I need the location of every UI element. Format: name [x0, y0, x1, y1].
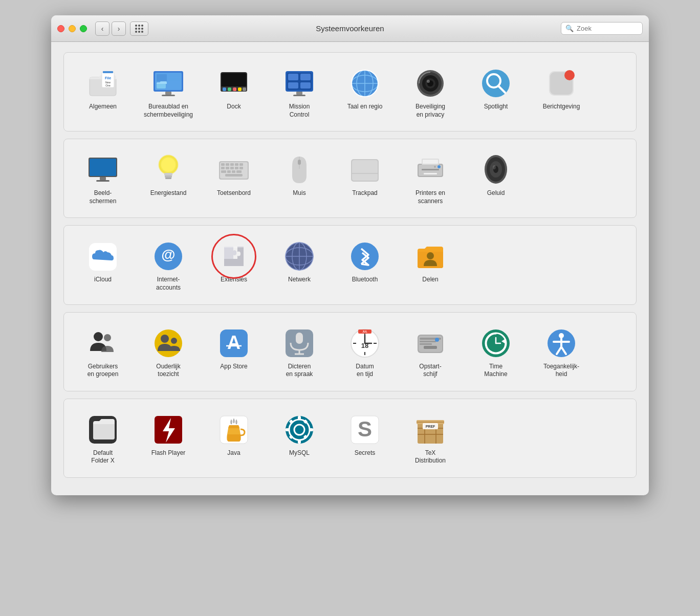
icon-item-mission[interactable]: MissionControl: [269, 63, 330, 123]
svg-rect-52: [100, 177, 106, 180]
svg-point-106: [94, 332, 103, 341]
icon-item-algemeen[interactable]: File New One Algemeen: [72, 63, 134, 123]
icon-item-toegankelijk[interactable]: Toegankelijk-heid: [531, 323, 592, 383]
svg-rect-153: [298, 416, 301, 420]
icon-item-berichtgeving[interactable]: Berichtgeving: [531, 63, 592, 123]
defaultfolder-icon-img: [86, 413, 119, 446]
internet-icon-img: @: [152, 240, 185, 273]
icon-item-spotlight[interactable]: Spotlight: [465, 63, 527, 123]
icon-item-taal[interactable]: Taal en regio: [334, 63, 396, 123]
delen-icon: [414, 240, 446, 272]
svg-point-104: [351, 243, 379, 270]
berichtgeving-icon: [546, 68, 577, 99]
svg-rect-64: [230, 163, 234, 166]
icon-item-bureaublad[interactable]: Bureaublad enschermbeveiliging: [138, 63, 199, 123]
icon-item-bluetooth[interactable]: Bluetooth: [334, 236, 396, 296]
svg-rect-27: [288, 82, 298, 89]
back-button[interactable]: ‹: [95, 21, 110, 36]
svg-rect-70: [235, 167, 238, 169]
mysql-icon: [283, 414, 315, 446]
icon-item-energiestand[interactable]: Energiestand: [138, 149, 199, 209]
icon-item-delen[interactable]: Delen: [400, 236, 461, 296]
java-icon: [218, 414, 250, 446]
svg-rect-80: [352, 160, 378, 181]
icon-item-timemachine[interactable]: TimeMachine: [465, 323, 527, 383]
icon-item-appstore[interactable]: A App Store: [203, 323, 265, 383]
svg-point-88: [438, 165, 441, 168]
search-input[interactable]: [577, 25, 638, 32]
icon-item-geluid[interactable]: Geluid: [465, 149, 527, 209]
svg-point-43: [427, 80, 430, 83]
icon-item-muis[interactable]: Muis: [269, 149, 330, 209]
svg-point-108: [155, 329, 182, 357]
icon-item-icloud[interactable]: iCloud: [72, 236, 134, 296]
icon-item-toetsenbord[interactable]: Toetsenbord: [203, 149, 265, 209]
svg-rect-63: [226, 163, 229, 166]
icon-item-ouderlijk[interactable]: Ouderlijktoezicht: [138, 323, 199, 383]
trackpad-icon: [349, 157, 381, 183]
svg-point-105: [427, 252, 434, 259]
mission-icon: [284, 68, 315, 99]
dicteren-icon-img: [283, 327, 316, 360]
icon-item-secrets[interactable]: S Secrets: [334, 409, 396, 469]
bluetooth-label: Bluetooth: [352, 276, 378, 284]
beveiliging-label: Beveiligingen privacy: [415, 103, 445, 119]
datum-icon: JUL 18: [349, 327, 381, 359]
system-preferences-window: ‹ › Systeemvoorkeuren 🔍: [51, 15, 649, 495]
search-box[interactable]: 🔍: [561, 22, 643, 35]
svg-rect-131: [420, 341, 436, 342]
berichtgeving-icon-img: [545, 67, 578, 100]
svg-rect-66: [239, 163, 243, 166]
gebruikers-icon: [87, 327, 119, 359]
energiestand-icon: [153, 153, 184, 186]
printers-icon: [414, 155, 446, 185]
icon-item-tex[interactable]: PREF TeXDistribution: [400, 409, 461, 469]
svg-rect-78: [298, 160, 301, 165]
icon-item-defaultfolder[interactable]: DefaultFolder X: [72, 409, 134, 469]
icon-item-internet[interactable]: @ Internet-accounts: [138, 236, 199, 296]
icon-item-trackpad[interactable]: Trackpad: [334, 149, 396, 209]
section-internet: iCloud @ Internet-accounts: [63, 225, 637, 304]
svg-rect-18: [228, 87, 231, 91]
tex-label: TeXDistribution: [415, 449, 446, 465]
forward-button[interactable]: ›: [112, 21, 126, 36]
icon-item-gebruikers[interactable]: Gebruikersen groepen: [72, 323, 134, 383]
icon-item-dicteren[interactable]: Dicterenen spraak: [269, 323, 330, 383]
geluid-icon-img: [479, 153, 512, 186]
ouderlijk-icon-img: [152, 327, 185, 360]
minimize-button[interactable]: [69, 25, 76, 32]
icon-item-beveiliging[interactable]: Beveiligingen privacy: [400, 63, 461, 123]
svg-rect-25: [288, 74, 298, 80]
svg-rect-57: [164, 173, 172, 175]
icloud-icon-img: [86, 240, 119, 273]
svg-rect-72: [221, 170, 226, 173]
toetsenbord-icon: [218, 157, 250, 183]
icon-item-java[interactable]: Java: [203, 409, 265, 469]
trackpad-icon-img: [348, 153, 381, 186]
icon-item-datum[interactable]: JUL 18 Datumen tijd: [334, 323, 396, 383]
svg-rect-59: [165, 178, 171, 179]
dock-icon: [218, 68, 249, 99]
icon-item-beeldschermen[interactable]: Beeld-schermen: [72, 149, 134, 209]
icon-item-dock[interactable]: Dock: [203, 63, 265, 123]
grid-view-button[interactable]: [130, 21, 148, 36]
icon-item-netwerk[interactable]: Netwerk: [269, 236, 330, 296]
extensies-icon-img: [217, 240, 250, 273]
appstore-icon-img: A: [217, 327, 250, 360]
section-hardware: Beeld-schermen: [63, 139, 637, 218]
mission-icon-img: [283, 67, 316, 100]
tex-icon: PREF: [414, 414, 446, 446]
personal-icons-grid: File New One Algemeen: [72, 63, 628, 123]
printers-label: Printers enscanners: [415, 189, 445, 205]
grid-dots-icon: [135, 25, 143, 33]
close-button[interactable]: [57, 25, 64, 32]
icon-item-opstart[interactable]: Opstart-schijf: [400, 323, 461, 383]
icon-item-flashplayer[interactable]: Flash Player: [138, 409, 199, 469]
svg-rect-17: [223, 87, 226, 91]
extensies-icon: [218, 240, 250, 272]
icon-item-printers[interactable]: Printers enscanners: [400, 149, 461, 209]
icon-item-mysql[interactable]: MySQL: [269, 409, 330, 469]
hardware-icons-grid: Beeld-schermen: [72, 149, 628, 209]
maximize-button[interactable]: [80, 25, 87, 32]
icon-item-extensies[interactable]: Extensies: [203, 236, 265, 296]
